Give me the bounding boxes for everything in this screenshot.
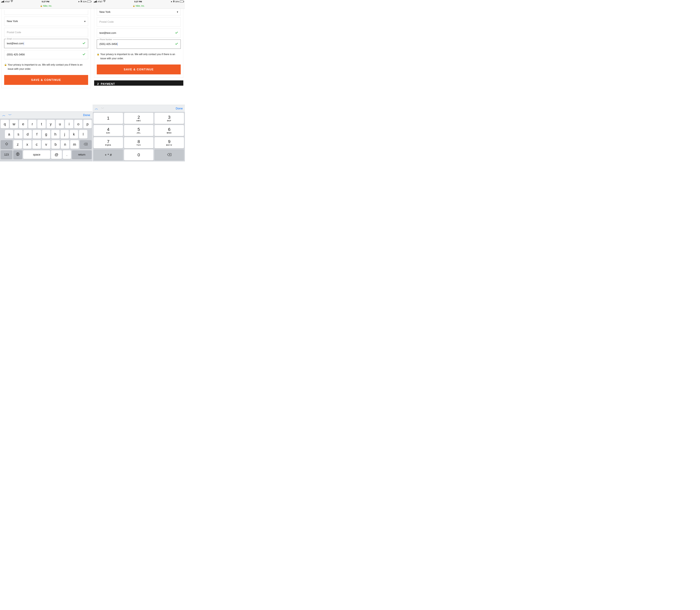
key-k[interactable]: k: [70, 130, 78, 139]
safari-address-bar[interactable]: 🔒 Nike, Inc.: [93, 3, 185, 9]
dot-key[interactable]: .: [63, 150, 71, 159]
key-h[interactable]: h: [51, 130, 60, 139]
key-9[interactable]: 9WXYZ: [155, 137, 184, 148]
key-1[interactable]: 1: [94, 113, 123, 124]
key-q[interactable]: q: [1, 120, 9, 128]
email-label: Email: [6, 38, 12, 40]
location-icon: ➤: [171, 0, 172, 3]
bluetooth-icon: [80, 0, 82, 3]
key-l[interactable]: l: [79, 130, 88, 139]
key-5[interactable]: 5JKL: [124, 125, 154, 136]
key-u[interactable]: u: [56, 120, 64, 128]
at-key[interactable]: @: [51, 150, 62, 159]
lock-icon: 🔒: [133, 5, 135, 7]
clock-label: 5:27 PM: [42, 0, 49, 3]
key-o[interactable]: o: [74, 120, 82, 128]
signal-icon: [94, 1, 97, 2]
signal-icon: [1, 1, 4, 2]
prev-field-button[interactable]: ︿: [95, 106, 98, 111]
save-continue-button[interactable]: SAVE & CONTINUE: [97, 64, 181, 75]
status-bar: AT&T 5:27 PM ➤ 31%: [0, 0, 92, 3]
key-0[interactable]: 0: [124, 149, 154, 160]
email-input[interactable]: Email test@test.com: [4, 39, 88, 48]
privacy-note: 🔒 Your privacy is important to us. We wi…: [97, 52, 181, 61]
site-name: Nike, Inc.: [43, 5, 52, 7]
phone-label: Phone Number: [99, 38, 113, 41]
key-t[interactable]: t: [37, 120, 46, 128]
prev-field-partial[interactable]: [4, 10, 88, 15]
key-m[interactable]: m: [70, 140, 79, 149]
key-z[interactable]: z: [13, 140, 22, 149]
key-a[interactable]: a: [5, 130, 13, 139]
backspace-icon: [167, 153, 172, 157]
postal-code-input[interactable]: Postal Code: [97, 17, 181, 27]
qwerty-keyboard: q w e r t y u i o p a s d f g h j k l: [0, 118, 92, 161]
carrier-label: AT&T: [97, 0, 102, 3]
key-d[interactable]: d: [23, 130, 32, 139]
battery-pct-label: 30%: [175, 0, 179, 3]
safari-address-bar[interactable]: 🔒 Nike, Inc.: [0, 3, 92, 9]
key-f[interactable]: f: [33, 130, 41, 139]
privacy-text: Your privacy is important to us. We will…: [8, 63, 88, 71]
phone-input[interactable]: Phone Number (555) 425-3456: [97, 39, 181, 49]
key-7[interactable]: 7PQRS: [94, 137, 123, 148]
chevron-down-icon: ▾: [177, 11, 178, 13]
globe-key[interactable]: [13, 150, 22, 159]
return-key[interactable]: return: [72, 150, 92, 159]
keyboard-accessory: ︿ ﹀ Done: [0, 111, 92, 118]
key-v[interactable]: v: [42, 140, 50, 149]
payment-section-header[interactable]: 2 PAYMENT: [94, 80, 183, 86]
prev-field-button[interactable]: ︿: [2, 113, 5, 117]
key-n[interactable]: n: [61, 140, 69, 149]
key-2[interactable]: 2ABC: [124, 113, 154, 124]
shift-key[interactable]: [1, 140, 13, 149]
battery-icon: [87, 1, 91, 2]
save-continue-button[interactable]: SAVE & CONTINUE: [4, 75, 88, 85]
postal-placeholder: Postal Code: [7, 31, 21, 34]
key-r[interactable]: r: [28, 120, 36, 128]
key-b[interactable]: b: [51, 140, 60, 149]
privacy-note: 🔒 Your privacy is important to us. We wi…: [4, 63, 88, 71]
postal-placeholder: Postal Code: [99, 20, 114, 23]
key-g[interactable]: g: [42, 130, 50, 139]
keyboard-done-button[interactable]: Done: [176, 107, 183, 110]
key-4[interactable]: 4GHI: [94, 125, 123, 136]
key-j[interactable]: j: [61, 130, 69, 139]
next-field-button: ﹀: [101, 106, 104, 111]
bluetooth-icon: [173, 0, 175, 3]
checkout-card: New York ▾ Postal Code Email test@test.c…: [2, 9, 91, 88]
battery-icon: [180, 1, 184, 2]
numbers-key[interactable]: 123: [1, 150, 12, 159]
postal-code-input[interactable]: Postal Code: [4, 28, 88, 37]
phone-right: AT&T 5:27 PM ➤ 30% 🔒 Nike, Inc. New York…: [93, 0, 185, 161]
next-field-button[interactable]: ﹀: [8, 113, 12, 117]
backspace-key[interactable]: [80, 140, 92, 149]
backspace-key[interactable]: [155, 149, 184, 160]
key-6[interactable]: 6MNO: [155, 125, 184, 136]
keyboard-done-button[interactable]: Done: [83, 113, 90, 117]
state-select[interactable]: New York ▾: [4, 17, 88, 26]
key-x[interactable]: x: [23, 140, 31, 149]
key-s[interactable]: s: [14, 130, 22, 139]
lock-icon: 🔒: [97, 52, 99, 61]
symbols-key[interactable]: + * #: [94, 149, 123, 160]
key-8[interactable]: 8TUV: [124, 137, 154, 148]
key-p[interactable]: p: [83, 120, 92, 128]
state-value: New York: [7, 20, 18, 23]
email-value: test@test.com: [7, 42, 23, 45]
status-bar: AT&T 5:27 PM ➤ 30%: [93, 0, 185, 3]
key-e[interactable]: e: [19, 120, 27, 128]
phone-input[interactable]: (555) 425-3456: [4, 50, 88, 59]
space-key[interactable]: space: [23, 150, 50, 159]
privacy-text: Your privacy is important to us. We will…: [100, 52, 181, 61]
key-y[interactable]: y: [47, 120, 55, 128]
state-select[interactable]: New York ▾: [97, 9, 181, 15]
clock-label: 5:27 PM: [134, 0, 142, 3]
email-input[interactable]: test@test.com: [97, 28, 181, 38]
key-c[interactable]: c: [32, 140, 41, 149]
state-value: New York: [99, 11, 111, 14]
key-i[interactable]: i: [65, 120, 73, 128]
key-w[interactable]: w: [10, 120, 18, 128]
chevron-down-icon: ▾: [84, 20, 85, 23]
key-3[interactable]: 3DEF: [155, 113, 184, 124]
